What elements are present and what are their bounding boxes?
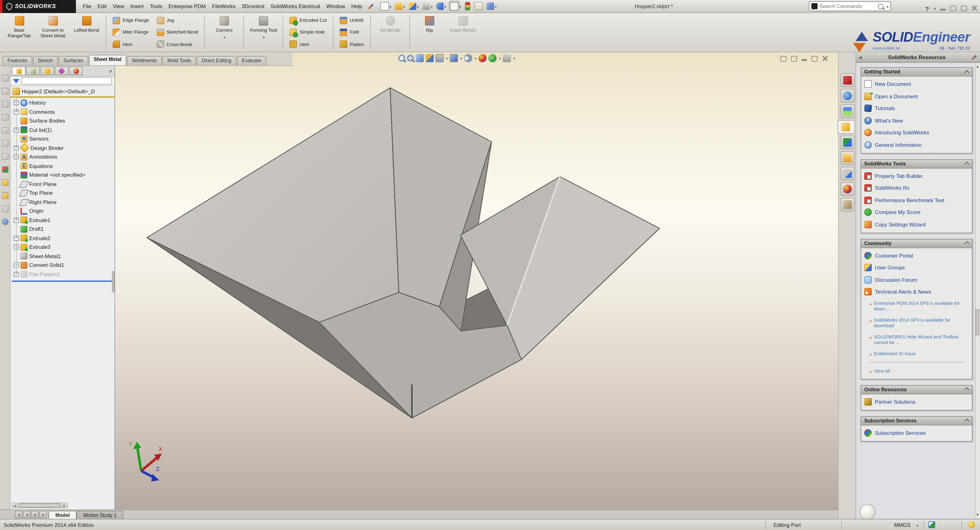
dock-tool-icon[interactable] [2, 88, 8, 95]
tab-sketch[interactable]: Sketch [33, 56, 58, 65]
expand-icon[interactable] [14, 236, 19, 241]
taskpane-tab-file-explorer[interactable] [840, 105, 854, 118]
group-header-community[interactable]: Community [861, 239, 972, 248]
tree-item-draft1[interactable]: Draft1 [11, 224, 115, 234]
taskpane-tab-design-library[interactable] [840, 89, 854, 103]
tree-root-part[interactable]: Hopper2 (Default<<Default>_D [11, 86, 115, 98]
expand-icon[interactable] [14, 272, 19, 277]
apply-scene-icon[interactable] [488, 54, 496, 62]
tree-item-extrude2[interactable]: Extrude2 [11, 234, 115, 243]
news-item[interactable]: ▸SOLIDWORKS Hole Wizard and Toolbox cann… [864, 334, 969, 346]
taskpane-tab-custom-properties[interactable] [840, 167, 854, 180]
expand-icon[interactable] [14, 154, 19, 159]
link-what-s-new[interactable]: What's New [864, 117, 969, 124]
link-open-a-document[interactable]: Open a Document [864, 92, 969, 100]
group-header-online-resources[interactable]: Online Resources [861, 385, 972, 394]
link-general-information[interactable]: General Information [864, 141, 969, 148]
scroll-down-icon[interactable] [976, 514, 979, 516]
propertymanager-tab[interactable] [26, 67, 40, 75]
qat-undo[interactable]: ▾ [435, 2, 447, 11]
taskpane-tab-appearances-scenes[interactable] [840, 182, 854, 196]
dock-tool-icon[interactable] [2, 218, 8, 225]
displaymanager-tab[interactable] [69, 67, 83, 75]
pen-icon[interactable] [368, 3, 374, 9]
more-tabs-icon[interactable] [109, 68, 113, 74]
tree-item-flat-pattern1[interactable]: Flat-Pattern1 [11, 270, 115, 279]
tree-item-annotations[interactable]: Annotations [11, 153, 115, 161]
featuremanager-tab[interactable] [12, 67, 25, 75]
ribbon-convert-to-sheet-metal[interactable]: Convert to Sheet Metal [36, 13, 70, 52]
tree-item-extrude3[interactable]: Extrude3 [11, 243, 115, 251]
tree-horizontal-scrollbar[interactable] [12, 503, 68, 508]
news-item[interactable]: ▸Entitlement ID Issue [864, 350, 969, 357]
dock-tool-icon[interactable] [2, 179, 8, 186]
menu-edit[interactable]: Edit [94, 1, 110, 11]
restore-icon[interactable] [950, 5, 956, 11]
ribbon-hem[interactable]: Hem [110, 40, 151, 49]
command-search[interactable]: ▾ [809, 1, 891, 11]
ribbon-no-bends[interactable]: No Bends [373, 13, 407, 52]
link-solidworks-rx[interactable]: SolidWorks Rx [864, 184, 969, 192]
tree-item-cut-list-1[interactable]: Cut list(1) [11, 125, 115, 134]
ribbon-vent[interactable]: Vent [287, 40, 329, 49]
menu-view[interactable]: View [110, 1, 127, 11]
zoom-fit-icon[interactable] [398, 55, 405, 62]
ribbon-flatten[interactable]: Flatten [337, 40, 366, 49]
close-icon[interactable] [971, 5, 977, 11]
menu-3dcontrol[interactable]: 3Dcontrol [239, 1, 267, 11]
panel-splitter[interactable] [112, 271, 115, 292]
task-pane-scrollbar[interactable] [975, 64, 979, 518]
maximize-icon[interactable] [961, 5, 967, 11]
doc-restore-icon[interactable] [811, 56, 818, 61]
hide-show-items-icon[interactable] [464, 54, 472, 62]
scroll-right-icon[interactable] [61, 503, 67, 508]
menu-window[interactable]: Window [323, 1, 348, 11]
filter-input[interactable] [21, 77, 112, 84]
link-customer-portal[interactable]: Customer Portal [864, 251, 969, 259]
quick-tips-icon[interactable] [968, 521, 975, 528]
search-dropdown-icon[interactable]: ▾ [887, 4, 889, 8]
link-partner-solutions[interactable]: Partner Solutions [864, 398, 969, 405]
ribbon-extruded-cut[interactable]: Extruded Cut [287, 16, 329, 25]
first-tab-icon[interactable] [15, 511, 22, 518]
expand-icon[interactable] [14, 245, 19, 250]
units-dropdown-icon[interactable]: ▾ [916, 523, 918, 527]
dock-tool-icon[interactable] [2, 205, 8, 212]
dimxpertmanager-tab[interactable] [55, 67, 68, 75]
menu-enterprise-pdm[interactable]: Enterprise PDM [165, 1, 209, 11]
tree-item-surface-bodies[interactable]: Surface Bodies [11, 116, 115, 125]
tab-motion-study[interactable]: Motion Study 1 [76, 511, 124, 519]
graphics-area[interactable]: ▾▾▾▾▾ Y X Z [115, 52, 838, 509]
scroll-thumb[interactable] [976, 309, 979, 335]
hopper-model[interactable] [115, 52, 838, 509]
minimize-icon[interactable] [940, 8, 946, 10]
ribbon-lofted-bend[interactable]: Lofted-Bend [70, 13, 103, 52]
qat-print[interactable]: ▾ [421, 2, 434, 11]
tab-sheet-metal[interactable]: Sheet Metal [89, 55, 126, 65]
tree-item-sheet-metal1[interactable]: Sheet-Metal1 [11, 251, 115, 261]
taskpane-tab-pdm-vault[interactable] [840, 73, 854, 87]
expand-icon[interactable] [14, 263, 19, 268]
scroll-up-icon[interactable] [976, 65, 979, 68]
collapse-pane-icon[interactable] [859, 54, 862, 60]
qat-new-document[interactable]: ▾ [379, 1, 393, 11]
link-copy-settings-wizard[interactable]: Copy Settings Wizard [864, 221, 969, 228]
dock-tool-icon[interactable] [2, 153, 8, 160]
tab-weldments[interactable]: Weldments [127, 56, 162, 65]
configurationmanager-tab[interactable] [40, 67, 54, 75]
ribbon-unfold[interactable]: Unfold [337, 16, 366, 25]
scroll-left-icon[interactable] [13, 503, 19, 508]
help-icon[interactable] [925, 3, 929, 14]
menu-tools[interactable]: Tools [147, 1, 165, 11]
prev-tab-icon[interactable] [23, 511, 30, 518]
tree-item-top-plane[interactable]: Top Plane [11, 188, 115, 197]
dock-tool-icon[interactable] [2, 101, 8, 108]
search-icon[interactable] [878, 3, 883, 9]
link-discussion-forum[interactable]: Discussion Forum [864, 276, 969, 283]
group-header-solidworks-tools[interactable]: SolidWorks Tools [861, 159, 972, 168]
tags-icon[interactable] [928, 521, 935, 528]
ribbon-jog[interactable]: Jog [154, 16, 200, 25]
menu-solidworks-electrical[interactable]: SolidWorks Electrical [267, 1, 323, 11]
expand-icon[interactable] [14, 127, 19, 132]
taskpane-tab-solidworks-resources[interactable] [837, 120, 853, 134]
